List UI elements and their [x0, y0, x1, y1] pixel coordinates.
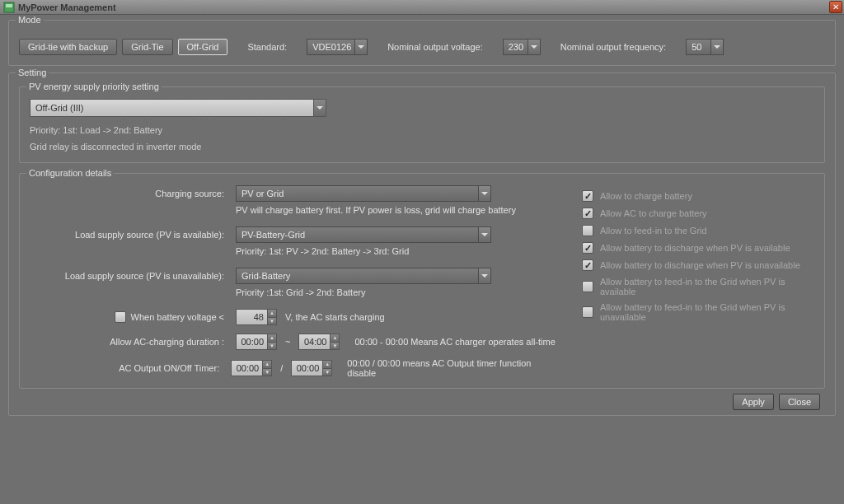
mode-group: Mode Grid-tie with backup Grid-Tie Off-G…	[8, 20, 836, 66]
standard-select[interactable]: VDE0126	[307, 39, 368, 55]
voltage-label: Nominal output voltage:	[387, 42, 483, 52]
ac-duration-sep: ~	[285, 337, 290, 347]
pv-priority-select[interactable]: Off-Grid (III)	[30, 99, 326, 117]
ac-timer-sep: /	[280, 363, 283, 373]
allow-discharge-pv-unavail-label: Allow battery to discharge when PV is un…	[600, 260, 800, 270]
chevron-down-icon[interactable]	[354, 39, 368, 55]
allow-feedin-label: Allow to feed-in to the Grid	[600, 226, 707, 236]
load-pv-unavail-hint: Priority :1st: Grid -> 2nd: Battery	[236, 287, 557, 297]
load-pv-avail-label: Load supply source (PV is available):	[30, 230, 236, 240]
ac-timer-to-spinner[interactable]: ▲▼	[291, 360, 332, 376]
spinner-up-icon[interactable]: ▲	[323, 361, 331, 369]
battery-voltage-label: When battery voltage <	[131, 312, 224, 322]
spinner-down-icon[interactable]: ▼	[268, 343, 276, 350]
battery-voltage-spinner[interactable]: ▲▼	[236, 309, 277, 325]
apply-button[interactable]: Apply	[733, 394, 774, 410]
ac-duration-label: Allow AC-charging duration :	[30, 337, 236, 347]
chevron-down-icon[interactable]	[478, 268, 491, 284]
charging-source-select[interactable]: PV or Grid	[236, 185, 491, 202]
ac-timer-hint: 00:00 / 00:00 means AC Output timer func…	[347, 358, 557, 378]
window-title: MyPower Management	[18, 2, 116, 12]
mode-offgrid-button[interactable]: Off-Grid	[178, 39, 228, 55]
battery-voltage-suffix: V, the AC starts charging	[285, 312, 385, 322]
chevron-down-icon[interactable]	[710, 39, 724, 55]
allow-discharge-pv-avail-checkbox[interactable]	[582, 242, 593, 254]
setting-group-title: Setting	[16, 68, 49, 77]
spinner-up-icon[interactable]: ▲	[263, 361, 271, 369]
titlebar: MyPower Management ✕	[0, 0, 844, 15]
load-pv-avail-value: PV-Battery-Grid	[236, 226, 478, 243]
voltage-value: 230	[503, 39, 528, 55]
app-icon	[3, 2, 15, 13]
standard-label: Standard:	[247, 42, 287, 52]
close-icon[interactable]: ✕	[829, 1, 842, 13]
pv-priority-value: Off-Grid (III)	[30, 99, 313, 117]
allow-discharge-pv-unavail-checkbox[interactable]	[582, 259, 593, 271]
ac-duration-from-spinner[interactable]: ▲▼	[236, 334, 277, 350]
mode-gridtie-button[interactable]: Grid-Tie	[122, 39, 172, 55]
allow-ac-charge-label: Allow AC to charge battery	[600, 208, 707, 218]
standard-value: VDE0126	[307, 39, 354, 55]
config-title: Configuration details	[26, 168, 114, 178]
allow-ac-charge-checkbox[interactable]	[582, 208, 593, 219]
ac-duration-to-input[interactable]	[298, 334, 330, 350]
chevron-down-icon[interactable]	[528, 39, 541, 55]
ac-timer-from-input[interactable]	[231, 360, 262, 376]
ac-timer-to-input[interactable]	[291, 360, 322, 376]
allow-charge-battery-label: Allow to charge battery	[600, 191, 692, 201]
ac-timer-label: AC Output ON/Off Timer:	[30, 363, 231, 373]
allow-feedin-pv-avail-label: Allow battery to feed-in to the Grid whe…	[600, 277, 814, 296]
load-pv-unavail-label: Load supply source (PV is unavailable):	[30, 271, 236, 281]
allow-feedin-pv-unavail-label: Allow battery to feed-in to the Grid whe…	[600, 302, 814, 322]
chevron-down-icon[interactable]	[478, 185, 491, 202]
spinner-down-icon[interactable]: ▼	[323, 369, 331, 376]
pv-priority-desc1: Priority: 1st: Load -> 2nd: Battery	[30, 124, 814, 138]
allow-feedin-checkbox[interactable]	[582, 225, 593, 236]
allow-feedin-pv-unavail-checkbox[interactable]	[582, 306, 593, 318]
battery-voltage-input[interactable]	[236, 309, 267, 325]
chevron-down-icon[interactable]	[478, 226, 491, 243]
ac-timer-from-spinner[interactable]: ▲▼	[231, 360, 272, 376]
battery-voltage-checkbox[interactable]	[115, 311, 126, 323]
pv-priority-desc2: Grid relay is disconnected in inverter m…	[30, 140, 814, 155]
spinner-up-icon[interactable]: ▲	[331, 334, 339, 343]
load-pv-unavail-select[interactable]: Grid-Battery	[236, 268, 491, 284]
close-button[interactable]: Close	[779, 394, 820, 410]
ac-duration-hint: 00:00 - 00:00 Means AC charger operates …	[354, 337, 555, 347]
spinner-down-icon[interactable]: ▼	[263, 369, 271, 376]
spinner-down-icon[interactable]: ▼	[331, 343, 339, 350]
allow-feedin-pv-avail-checkbox[interactable]	[582, 281, 593, 292]
setting-group: Setting PV energy supply priority settin…	[8, 72, 836, 416]
voltage-select[interactable]: 230	[503, 39, 541, 55]
charging-source-label: Charging source:	[30, 189, 236, 198]
mode-gridtie-backup-button[interactable]: Grid-tie with backup	[19, 39, 117, 55]
chevron-down-icon[interactable]	[313, 99, 326, 117]
ac-duration-to-spinner[interactable]: ▲▼	[298, 334, 340, 350]
allow-discharge-pv-avail-label: Allow battery to discharge when PV is av…	[600, 243, 790, 253]
ac-duration-from-input[interactable]	[236, 334, 267, 350]
frequency-select[interactable]: 50	[686, 39, 724, 55]
spinner-up-icon[interactable]: ▲	[268, 334, 276, 343]
allow-charge-battery-checkbox[interactable]	[582, 190, 593, 202]
pv-priority-title: PV energy supply priority setting	[26, 82, 162, 91]
load-pv-avail-hint: Priority: 1st: PV -> 2nd: Battery -> 3rd…	[236, 246, 557, 256]
frequency-label: Nominal output frequency:	[560, 42, 666, 52]
frequency-value: 50	[686, 39, 710, 55]
pv-priority-group: PV energy supply priority setting Off-Gr…	[19, 86, 825, 163]
svg-rect-1	[6, 4, 12, 7]
spinner-down-icon[interactable]: ▼	[268, 318, 276, 325]
config-group: Configuration details Charging source: P…	[19, 173, 825, 389]
load-pv-unavail-value: Grid-Battery	[236, 268, 478, 284]
charging-source-value: PV or Grid	[236, 185, 478, 202]
load-pv-avail-select[interactable]: PV-Battery-Grid	[236, 226, 491, 243]
mode-group-title: Mode	[16, 15, 44, 25]
spinner-up-icon[interactable]: ▲	[268, 310, 276, 318]
charging-source-hint: PV will charge battery first. If PV powe…	[236, 205, 557, 215]
